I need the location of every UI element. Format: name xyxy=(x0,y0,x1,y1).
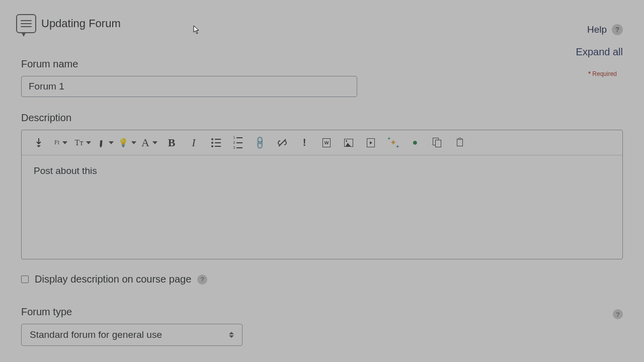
paste-button[interactable] xyxy=(448,133,470,152)
important-button[interactable]: ! xyxy=(293,133,315,152)
insert-image-button[interactable] xyxy=(338,133,360,152)
forum-name-input[interactable] xyxy=(21,76,357,97)
text-color-button[interactable]: A xyxy=(138,133,160,152)
background-color-button[interactable]: 💡 xyxy=(116,133,138,152)
display-description-label: Display description on course page xyxy=(35,274,191,285)
expand-all-link[interactable]: Expand all xyxy=(576,46,623,58)
insert-word-button[interactable]: W xyxy=(315,133,338,152)
description-label: Description xyxy=(21,112,623,124)
copy-button[interactable] xyxy=(426,133,448,152)
bullet-list-button[interactable] xyxy=(205,133,227,152)
font-size-button[interactable]: Tт xyxy=(72,133,94,152)
description-textarea[interactable]: Post about this xyxy=(22,155,622,259)
svg-line-0 xyxy=(279,139,286,146)
insert-globe-button[interactable]: ● xyxy=(404,133,426,152)
forum-type-select[interactable]: Standard forum for general use xyxy=(21,324,243,346)
availability-section-toggle[interactable]: Availability xyxy=(21,360,623,362)
help-icon[interactable]: ? xyxy=(612,24,623,35)
forum-icon xyxy=(16,14,36,33)
link-button[interactable]: 🔗 xyxy=(249,133,271,152)
bold-button[interactable]: B xyxy=(160,133,183,152)
italic-button[interactable]: I xyxy=(183,133,205,152)
highlight-color-button[interactable] xyxy=(94,133,116,152)
display-description-help-icon[interactable]: ? xyxy=(197,275,207,285)
insert-effect-button[interactable]: ✦ xyxy=(382,133,404,152)
page-title: Updating Forum xyxy=(41,17,121,30)
editor-toolbar: Ft Tт 💡 A B I 1 2 3 xyxy=(22,130,622,155)
select-arrows-icon xyxy=(229,332,234,338)
numbered-list-button[interactable]: 1 2 3 xyxy=(227,133,249,152)
forum-type-value: Standard forum for general use xyxy=(30,329,162,340)
insert-media-button[interactable] xyxy=(360,133,382,152)
forum-type-label: Forum type xyxy=(21,306,243,318)
required-badge: Required xyxy=(588,70,617,77)
toolbar-toggle-icon[interactable] xyxy=(28,133,50,152)
display-description-checkbox[interactable] xyxy=(21,276,29,283)
forum-type-help-icon[interactable]: ? xyxy=(613,309,623,319)
font-family-button[interactable]: Ft xyxy=(50,133,72,152)
unlink-button[interactable] xyxy=(271,133,293,152)
help-link[interactable]: Help xyxy=(587,24,607,35)
description-editor: Ft Tт 💡 A B I 1 2 3 xyxy=(21,130,623,259)
forum-name-label: Forum name xyxy=(21,58,623,70)
